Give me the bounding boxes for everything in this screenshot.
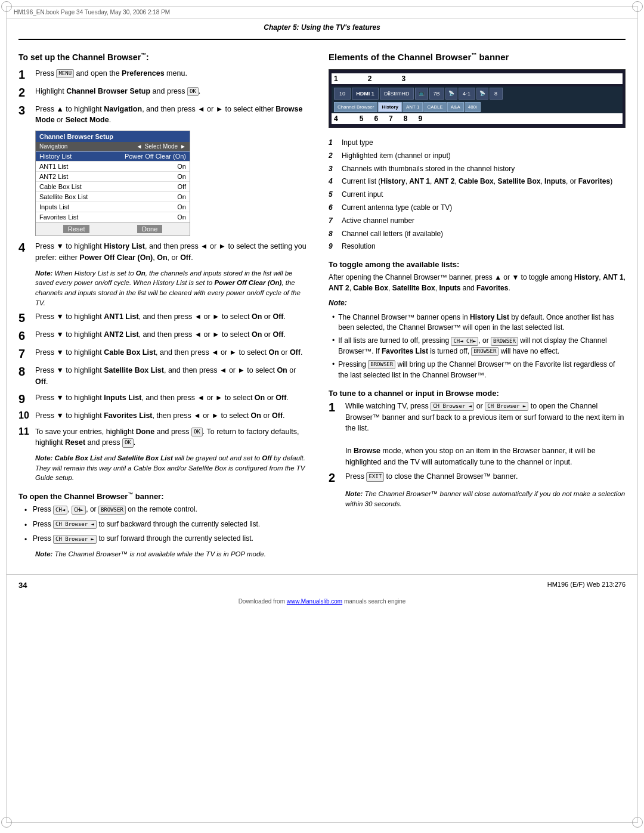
toggle-section: To toggle among the available lists: Aft… (329, 260, 626, 380)
step-6-content: Press ▼ to highlight ANT2 List, and then… (35, 329, 286, 340)
table-row-6: Favorites List On (36, 212, 190, 222)
element-3: 3 Channels with thumbnails stored in the… (329, 164, 626, 174)
cell-icon: 📺 (415, 88, 428, 100)
step-7: 7 Press ▼ to highlight Cable Box List, a… (18, 347, 311, 360)
toggle-note-2-text: If all lists are turned to off, pressing… (338, 336, 626, 357)
toggle-text: After opening the Channel Browser™ banne… (329, 272, 626, 293)
table-row-0: History List Power Off Clear (On) (36, 151, 190, 161)
note-label-4: Note: (35, 270, 52, 277)
step-5-content: Press ▼ to highlight ANT1 List, and then… (35, 311, 286, 323)
open-bullet-3: • Press CH Browser ► to surf forward thr… (24, 534, 311, 545)
table-row-2: ANT2 List On (36, 171, 190, 181)
element-9-text: Resolution (342, 241, 376, 252)
corner-br (632, 817, 643, 828)
element-5: 5 Current input (329, 190, 626, 200)
element-7-text: Active channel number (342, 216, 414, 226)
open-note-text: Note: The Channel Browser™ is not availa… (35, 550, 266, 558)
open-note: Note: The Channel Browser™ is not availa… (35, 549, 311, 559)
step-2: 2 Highlight Channel Browser Setup and pr… (18, 86, 311, 99)
step-10-content: Press ▼ to highlight Favorites List, the… (35, 410, 285, 422)
row1-col1: ANT1 List (39, 163, 68, 170)
tab-history: History (378, 102, 402, 112)
diagram-num-4: 4 (334, 114, 338, 123)
channel-browser-table: Channel Browser Setup Navigation ◄ Selec… (35, 131, 190, 236)
top-bar-text: HM196_EN.book Page 34 Tuesday, May 30, 2… (14, 9, 170, 16)
tune-note-text: Note: The Channel Browser™ banner will c… (345, 490, 625, 507)
step-2-number: 2 (18, 86, 30, 99)
toggle-notes-list: • The Channel Browser™ banner opens in H… (332, 312, 626, 380)
cell-10: 10 (334, 88, 351, 100)
element-3-num: 3 (329, 164, 337, 174)
setup-heading: To set up the Channel Browser™: (18, 52, 311, 62)
element-2-num: 2 (329, 151, 337, 161)
element-2-text: Highlighted item (channel or input) (342, 151, 451, 161)
tab-480i: 480i (465, 102, 481, 112)
element-1: 1 Input type (329, 138, 626, 148)
exit-key: EXIT (366, 472, 384, 482)
step-11-content: To save your entries, highlight Done and… (35, 426, 311, 449)
cell-41: 4-1 (459, 88, 475, 100)
row3-col1: Cable Box List (39, 183, 82, 190)
browser-kbd-4: BROWSER (368, 360, 395, 369)
done-button[interactable]: Done (137, 225, 162, 233)
element-9: 9 Resolution (329, 241, 626, 252)
corner-bl (1, 817, 12, 828)
toggle-note-1-text: The Channel Browser™ banner opens in His… (338, 312, 626, 333)
tune-step-1-num: 1 (329, 401, 340, 414)
tune-step-1: 1 While watching TV, press CH Browser ◄ … (329, 401, 626, 468)
table-header: Channel Browser Setup (36, 131, 190, 142)
diagram-num-1: 1 (334, 75, 338, 83)
open-bullet-2-text: Press CH Browser ◄ to surf backward thro… (33, 519, 260, 531)
ch-browser-key-1: CH◄ (53, 506, 67, 515)
toggle-note-1: • The Channel Browser™ banner opens in H… (332, 312, 626, 333)
tune-step-2: 2 Press EXIT to close the Channel Browse… (329, 471, 626, 484)
element-4-text: Current list (History, ANT 1, ANT 2, Cab… (342, 176, 612, 187)
browser-kbd-3: BROWSER (471, 347, 499, 356)
row6-col1: Favorites List (39, 213, 78, 221)
chapter-header: Chapter 5: Using the TV's features (18, 18, 626, 40)
diagram-num-3: 3 (401, 75, 405, 83)
ok-key-11a: OK (191, 428, 203, 437)
element-7-num: 7 (329, 216, 337, 226)
ok-key-11b: OK (122, 438, 134, 448)
ch-b-left-2: CH Browser ◄ (431, 402, 474, 411)
col2-header-area: ◄ Select Mode ► (137, 143, 186, 150)
table-row-1: ANT1 List On (36, 161, 190, 171)
cell-8: 8 (490, 88, 503, 100)
step-10-number: 10 (18, 410, 30, 421)
reset-button[interactable]: Reset (63, 225, 90, 233)
element-4: 4 Current list (History, ANT 1, ANT 2, C… (329, 176, 626, 187)
element-6: 6 Current antenna type (cable or TV) (329, 203, 626, 213)
diagram-num-8: 8 (404, 114, 408, 123)
step-2-content: Highlight Channel Browser Setup and pres… (35, 86, 200, 97)
open-heading: To open the Channel Browser™ banner: (18, 491, 311, 501)
tab-channel-browser: Channel Browser (334, 102, 377, 112)
step-4-number: 4 (18, 241, 30, 254)
browser-kbd-2: BROWSER (491, 337, 518, 346)
table-col-header: Navigation ◄ Select Mode ► (36, 142, 190, 151)
diagram-num-5: 5 (360, 114, 364, 123)
cell-dii: DiiStrmHD (380, 88, 414, 100)
element-7: 7 Active channel number (329, 216, 626, 226)
diagram-bottom-numbers: 4 5 6 7 8 9 (332, 113, 623, 124)
toggle-bullet-1: • (332, 312, 335, 333)
step-3-number: 3 (18, 104, 30, 117)
tune-step-2-content: Press EXIT to close the Channel Browser™… (345, 471, 518, 482)
manualslib-note: Downloaded from www.Manualslib.com manua… (7, 596, 637, 607)
elements-heading: Elements of the Channel Browser™ banner (329, 52, 626, 62)
diagram-num-2: 2 (368, 75, 372, 83)
step-11: 11 To save your entries, highlight Done … (18, 426, 311, 449)
tab-cable: CABLE (423, 102, 446, 112)
page-number: 34 (18, 581, 27, 590)
bullet-dot-3: • (24, 535, 29, 545)
element-4-num: 4 (329, 176, 337, 187)
step-5-number: 5 (18, 311, 30, 324)
element-8: 8 Channel call letters (if available) (329, 229, 626, 239)
ch-browser-right: CH Browser ► (53, 535, 97, 544)
element-8-text: Channel call letters (if available) (342, 229, 443, 239)
cell-hdmi1: HDMI 1 (352, 88, 379, 100)
manualslib-text: Downloaded from www.Manualslib.com manua… (239, 598, 406, 605)
step-4-note: Note: When History List is set to On, th… (35, 268, 311, 308)
manualslib-link[interactable]: www.Manualslib.com (287, 598, 342, 605)
banner-diagram: 1 2 3 10 HDMI 1 DiiStrmHD 📺 7B 📡 4-1 📡 8 (329, 69, 626, 128)
